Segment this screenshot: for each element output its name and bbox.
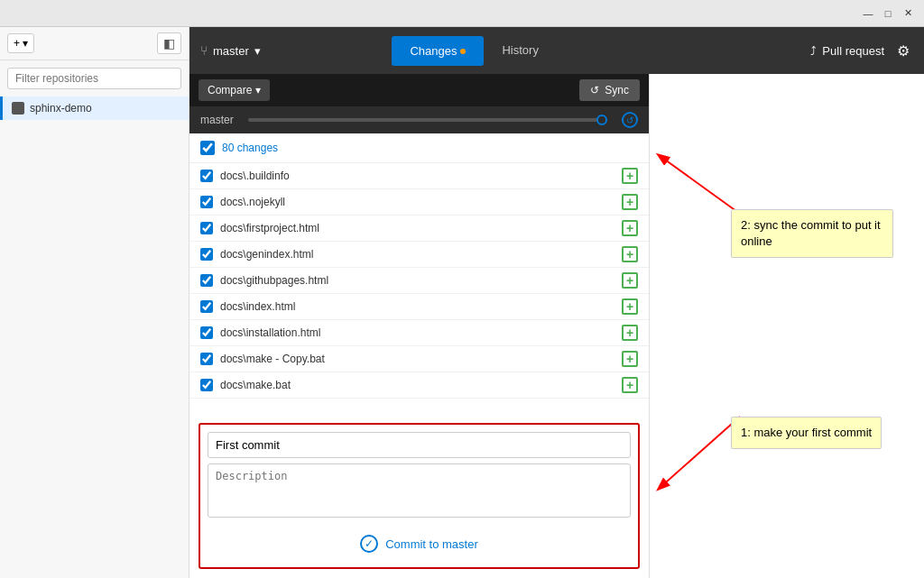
- file-name-5: docs\index.html: [220, 300, 614, 313]
- file-item[interactable]: docs\.buildinfo +: [189, 163, 649, 189]
- repo-name: sphinx-demo: [30, 102, 92, 115]
- commit-annotation: 1: make your first commit: [731, 417, 882, 449]
- pull-request-button[interactable]: ⤴ Pull request: [810, 44, 884, 58]
- repo-icon: [12, 102, 24, 115]
- sidebar-header: [0, 60, 189, 96]
- file-checkbox-0[interactable]: [200, 170, 213, 182]
- file-item[interactable]: docs\make.bat +: [189, 372, 649, 399]
- annotation-arrows: [650, 74, 924, 578]
- sidebar: + ▾ ◧ sphinx-demo: [0, 27, 189, 578]
- close-button[interactable]: ✕: [899, 5, 917, 23]
- file-name-3: docs\genindex.html: [220, 248, 614, 261]
- branch-name: master: [213, 44, 249, 58]
- branch-selector[interactable]: ⑂ master ▾: [200, 43, 261, 58]
- maximize-button[interactable]: □: [879, 5, 897, 23]
- check-all-checkbox[interactable]: [200, 141, 215, 155]
- changes-count: 80 changes: [222, 142, 278, 154]
- branch-dropdown-icon: ▾: [254, 44, 261, 58]
- compare-button[interactable]: Compare ▾: [199, 79, 270, 101]
- file-checkbox-3[interactable]: [200, 248, 213, 261]
- svg-line-1: [659, 417, 740, 489]
- file-item[interactable]: docs\installation.html +: [189, 320, 649, 346]
- file-add-icon-8: +: [622, 377, 638, 393]
- tab-changes-label: Changes: [410, 44, 457, 58]
- left-panel: Compare ▾ ↺ Sync master ↺: [189, 74, 650, 578]
- window-controls: — □ ✕: [859, 5, 917, 23]
- compare-bar: Compare ▾ ↺ Sync: [189, 74, 649, 106]
- branch-bar: master ↺: [189, 106, 649, 133]
- main-content: ⑂ master ▾ Changes History ⤴ Pull reques…: [189, 27, 924, 578]
- branch-track: [248, 118, 607, 122]
- tab-group: Changes History: [392, 36, 557, 66]
- file-checkbox-5[interactable]: [200, 300, 213, 313]
- file-name-0: docs\.buildinfo: [220, 170, 614, 182]
- commit-label: Commit to master: [385, 537, 478, 551]
- svg-line-0: [659, 155, 740, 214]
- sync-label: Sync: [605, 84, 629, 96]
- branch-bar-label: master: [200, 114, 234, 126]
- file-checkbox-8[interactable]: [200, 379, 213, 391]
- file-checkbox-7[interactable]: [200, 353, 213, 365]
- file-item[interactable]: docs\make - Copy.bat +: [189, 346, 649, 372]
- branch-icon: ⑂: [200, 43, 208, 58]
- sync-circle-icon: ↺: [622, 112, 638, 128]
- sync-circle-arrow: ↺: [626, 115, 633, 125]
- commit-title-input[interactable]: [208, 432, 631, 458]
- changes-dot: [460, 49, 466, 54]
- file-add-icon-0: +: [622, 168, 638, 184]
- file-checkbox-4[interactable]: [200, 274, 213, 287]
- file-item[interactable]: docs\firstproject.html +: [189, 216, 649, 242]
- file-item[interactable]: docs\.nojekyll +: [189, 189, 649, 216]
- toggle-sidebar-button[interactable]: ◧: [157, 32, 181, 54]
- branch-track-dot: [596, 115, 607, 125]
- sidebar-top: + ▾ ◧: [0, 27, 189, 60]
- pull-request-label: Pull request: [822, 44, 884, 58]
- commit-annotation-text: 1: make your first commit: [741, 426, 872, 439]
- file-add-icon-6: +: [622, 325, 638, 341]
- file-name-7: docs\make - Copy.bat: [220, 353, 614, 365]
- file-checkbox-6[interactable]: [200, 326, 213, 339]
- file-add-icon-4: +: [622, 272, 638, 289]
- file-add-icon-7: +: [622, 351, 638, 367]
- file-add-icon-2: +: [622, 220, 638, 236]
- file-name-2: docs\firstproject.html: [220, 222, 614, 234]
- sync-icon: ↺: [590, 84, 599, 96]
- file-name-6: docs\installation.html: [220, 326, 614, 339]
- minimize-button[interactable]: —: [859, 5, 877, 23]
- title-bar: — □ ✕: [0, 0, 924, 27]
- file-add-icon-3: +: [622, 246, 638, 262]
- compare-dropdown-icon: ▾: [255, 84, 261, 96]
- sync-button[interactable]: ↺ Sync: [579, 79, 640, 101]
- file-add-icon-5: +: [622, 298, 638, 315]
- sync-annotation-text: 2: sync the commit to put it online: [741, 218, 881, 248]
- pull-request-icon: ⤴: [810, 44, 817, 58]
- sync-annotation: 2: sync the commit to put it online: [731, 209, 893, 258]
- file-checkbox-1[interactable]: [200, 196, 213, 208]
- file-checkbox-2[interactable]: [200, 222, 213, 234]
- commit-check-icon: ✓: [360, 535, 378, 553]
- repository-item[interactable]: sphinx-demo: [0, 96, 189, 120]
- add-button[interactable]: + ▾: [7, 33, 34, 53]
- tab-changes[interactable]: Changes: [392, 36, 484, 66]
- commit-button[interactable]: ✓ Commit to master: [208, 528, 631, 560]
- commit-area: ✓ Commit to master: [199, 423, 640, 569]
- settings-button[interactable]: ⚙: [893, 39, 913, 63]
- commit-description-input[interactable]: [208, 463, 631, 518]
- filter-repositories-input[interactable]: [7, 68, 181, 89]
- file-item[interactable]: docs\githubpages.html +: [189, 268, 649, 294]
- file-add-icon-1: +: [622, 194, 638, 210]
- file-item[interactable]: docs\index.html +: [189, 294, 649, 320]
- compare-label: Compare: [208, 84, 252, 96]
- file-name-8: docs\make.bat: [220, 379, 614, 391]
- changes-header: 80 changes: [189, 133, 649, 163]
- file-name-4: docs\githubpages.html: [220, 274, 614, 287]
- file-item[interactable]: docs\genindex.html +: [189, 242, 649, 268]
- tab-history-label: History: [502, 43, 538, 57]
- toolbar: ⑂ master ▾ Changes History ⤴ Pull reques…: [189, 27, 924, 74]
- tab-history[interactable]: History: [484, 36, 556, 66]
- file-name-1: docs\.nojekyll: [220, 196, 614, 208]
- changes-area: 80 changes docs\.buildinfo + docs\.nojek…: [189, 133, 650, 423]
- content-row: Compare ▾ ↺ Sync master ↺: [189, 74, 924, 578]
- app-container: + ▾ ◧ sphinx-demo ⑂ master ▾ Changes: [0, 27, 924, 578]
- right-panel: 2: sync the commit to put it online 1: m…: [650, 74, 924, 578]
